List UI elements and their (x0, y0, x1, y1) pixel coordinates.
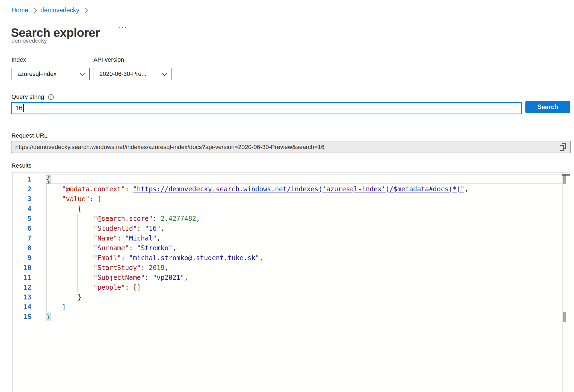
code-token: : [] (125, 284, 141, 291)
line-number: 10 (13, 263, 31, 273)
api-version-dropdown-value: 2020-06-30-Pre... (98, 70, 162, 78)
code-line: "SubjectName": "vp2021", (46, 273, 561, 283)
line-number: 15 (13, 312, 31, 322)
info-icon[interactable]: i (48, 94, 54, 100)
code-token: "StartStudy" (93, 264, 141, 272)
chevron-right-icon (83, 8, 88, 13)
code-line: } (46, 312, 561, 322)
query-string-input[interactable]: 16 (11, 102, 522, 114)
code-token: { (46, 176, 50, 183)
code-token (46, 284, 93, 291)
index-dropdown-value: azuresql-index (16, 70, 80, 78)
index-dropdown[interactable]: azuresql-index (11, 68, 90, 80)
request-url-field: https://demovedecky.search.windows.net/i… (11, 141, 571, 153)
line-number: 3 (13, 194, 31, 204)
line-number: 1 (13, 174, 31, 184)
code-token: , (161, 225, 164, 232)
code-token: "SubjectName" (93, 274, 145, 281)
code-lines[interactable]: { "@odata.context": "https://demovedecky… (46, 174, 561, 322)
page-subtitle: demovedecky (11, 37, 47, 44)
code-token (46, 254, 93, 262)
code-line: "@odata.context": "https://demovedecky.s… (46, 184, 561, 194)
code-token: "16" (145, 225, 161, 232)
code-line: "value": [ (46, 194, 561, 204)
code-token (46, 264, 93, 272)
code-token: : (137, 225, 145, 232)
code-token: "Stromko" (137, 244, 172, 252)
results-label: Results (11, 162, 31, 169)
api-version-dropdown[interactable]: 2020-06-30-Pre... (93, 68, 172, 80)
breadcrumb-link-demovedecky[interactable]: demovedecky (40, 7, 79, 14)
request-url-value: https://demovedecky.search.windows.net/i… (15, 144, 559, 151)
line-number: 2 (13, 184, 31, 194)
code-token: : (153, 215, 161, 222)
line-number: 5 (13, 214, 31, 224)
code-token: { (78, 205, 82, 213)
query-string-value: 16 (15, 104, 23, 112)
code-token: ] (62, 303, 66, 311)
index-label: Index (11, 56, 26, 63)
editor-scrollbar-thumb[interactable] (563, 312, 566, 322)
line-number: 12 (13, 283, 31, 292)
code-line: "@search.score": 2.4277482, (46, 214, 561, 224)
code-token: , (184, 274, 188, 281)
code-token: , (259, 254, 263, 262)
code-token (46, 303, 62, 311)
code-token (46, 215, 93, 222)
code-token: : (141, 264, 149, 272)
code-token: : [ (90, 195, 101, 203)
code-token: "Name" (93, 234, 117, 242)
editor-scrollbar-track[interactable] (562, 173, 570, 392)
more-options-button[interactable]: ··· (118, 23, 128, 31)
code-token (46, 205, 78, 213)
text-cursor (23, 104, 24, 112)
code-line: "StartStudy": 2019, (46, 263, 561, 273)
code-token: "Michal" (125, 234, 157, 242)
code-token: 2.4277482 (161, 215, 196, 222)
code-line: "Name": "Michal", (46, 233, 561, 243)
code-token: : (129, 244, 137, 252)
editor-scrollbar-thumb[interactable] (563, 176, 566, 184)
code-line: { (46, 204, 561, 214)
code-token: "michal.stromko@.student.tuke.sk" (129, 254, 259, 262)
code-token: "@odata.context" (62, 185, 125, 193)
chevron-down-icon (162, 70, 167, 76)
code-token (46, 274, 93, 281)
code-token: "vp2021" (153, 274, 184, 281)
code-token: 2019 (149, 264, 165, 272)
copy-icon[interactable] (559, 143, 566, 151)
code-token (46, 244, 93, 252)
code-token: } (78, 293, 82, 301)
code-line: { (46, 174, 561, 184)
code-line: } (46, 292, 561, 302)
request-url-label: Request URL (11, 132, 48, 139)
code-token (46, 293, 78, 301)
code-line: "StudentId": "16", (46, 224, 561, 233)
code-token: , (157, 234, 161, 242)
code-token: , (164, 264, 168, 272)
code-line: "Email": "michal.stromko@.student.tuke.s… (46, 253, 561, 263)
code-token: : (117, 234, 125, 242)
code-token: "StudentId" (93, 225, 137, 232)
code-token: "value" (62, 195, 90, 203)
code-token: : (125, 185, 133, 193)
code-link[interactable]: "https://demovedecky.search.windows.net/… (133, 185, 464, 193)
code-token: , (464, 185, 468, 193)
code-token: , (172, 244, 176, 252)
line-number: 6 (13, 224, 31, 233)
line-number: 11 (13, 273, 31, 283)
chevron-right-icon (32, 8, 37, 13)
code-token: } (46, 313, 50, 321)
code-line: "people": [] (46, 283, 561, 292)
chevron-down-icon (79, 70, 85, 76)
line-number: 9 (13, 253, 31, 263)
breadcrumb-link-home[interactable]: Home (11, 7, 28, 14)
code-token (46, 185, 62, 193)
api-version-label: API version (93, 56, 124, 63)
search-button[interactable]: Search (525, 101, 570, 113)
line-number: 14 (13, 302, 31, 312)
code-line: "Surname": "Stromko", (46, 243, 561, 253)
breadcrumb: Home demovedecky (11, 7, 87, 14)
code-token (46, 225, 93, 232)
results-editor[interactable]: 123456789101112131415 { "@odata.context"… (12, 172, 570, 392)
